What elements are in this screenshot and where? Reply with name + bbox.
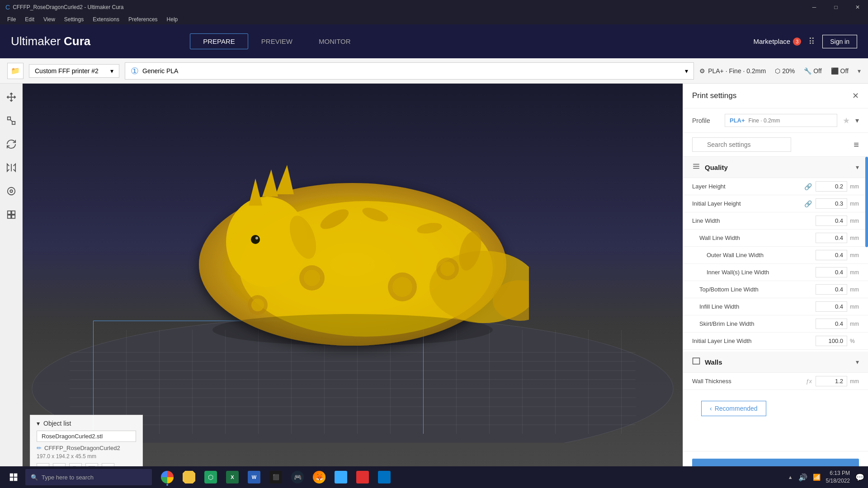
taskbar-app-chrome[interactable] bbox=[157, 467, 177, 487]
tray-arrow[interactable]: ▲ bbox=[788, 474, 793, 480]
initial-layer-link-icon[interactable]: 🔗 bbox=[804, 200, 812, 207]
tool-support[interactable] bbox=[3, 183, 19, 199]
infill-line-width-label: Infill Line Width bbox=[692, 303, 816, 310]
taskbar-app-app9[interactable] bbox=[331, 467, 351, 487]
infill-line-width-value[interactable]: 0.4 bbox=[816, 301, 847, 312]
inner-wall-line-width-value[interactable]: 0.4 bbox=[816, 267, 847, 277]
profile-info: ⚙ PLA+ · Fine · 0.2mm ⬡ 20% 🔧 Off ⬛ Off … bbox=[699, 67, 861, 75]
walls-section-header[interactable]: Walls ▾ bbox=[683, 352, 868, 373]
object-dimensions: 197.0 x 194.2 x 45.5 mm bbox=[37, 453, 136, 460]
header-right: Marketplace 3 ⠿ Sign in bbox=[753, 35, 857, 48]
support-badge[interactable]: 🔧 Off bbox=[804, 67, 821, 75]
close-print-settings-button[interactable]: ✕ bbox=[852, 91, 859, 101]
outer-wall-line-width-unit: mm bbox=[850, 252, 859, 258]
profile-pla: PLA+ bbox=[730, 117, 745, 124]
wall-line-width-row: Wall Line Width 0.4 mm bbox=[683, 230, 868, 247]
system-clock[interactable]: 6:13 PM 5/18/2022 bbox=[826, 469, 850, 485]
svg-line-2 bbox=[10, 120, 12, 122]
taskbar-app-3d[interactable]: ⬡ bbox=[201, 467, 221, 487]
taskbar-app-word[interactable]: W bbox=[244, 467, 264, 487]
initial-layer-line-width-unit: % bbox=[850, 338, 859, 344]
expand-arrow[interactable]: ▾ bbox=[858, 67, 861, 75]
menu-settings[interactable]: Settings bbox=[61, 15, 87, 23]
minimize-button[interactable]: ─ bbox=[804, 0, 825, 14]
quality-section-header[interactable]: Quality ▾ bbox=[683, 157, 868, 178]
infill-line-width-unit: mm bbox=[850, 304, 859, 310]
layer-height-link-icon[interactable]: 🔗 bbox=[804, 183, 812, 190]
tool-rotate[interactable] bbox=[3, 136, 19, 152]
tray-network[interactable]: 📶 bbox=[813, 474, 821, 481]
tab-prepare[interactable]: PREPARE bbox=[190, 33, 248, 49]
svg-rect-0 bbox=[7, 117, 10, 120]
grid-icon[interactable]: ⠿ bbox=[808, 36, 815, 47]
line-width-value[interactable]: 0.4 bbox=[816, 216, 847, 226]
menu-edit[interactable]: Edit bbox=[21, 15, 38, 23]
taskbar-app-firefox[interactable]: 🦊 bbox=[309, 467, 329, 487]
topbottom-line-width-row: Top/Bottom Line Width 0.4 mm bbox=[683, 281, 868, 298]
wall-thickness-unit: mm bbox=[850, 378, 859, 385]
outer-wall-line-width-value[interactable]: 0.4 bbox=[816, 250, 847, 260]
recommended-button[interactable]: ‹ Recommended bbox=[701, 401, 766, 416]
tab-monitor[interactable]: MONITOR bbox=[306, 33, 364, 49]
adhesion-badge[interactable]: ⬛ Off bbox=[831, 67, 849, 75]
folder-button[interactable]: 📁 bbox=[7, 63, 24, 79]
topbottom-line-width-value[interactable]: 0.4 bbox=[816, 284, 847, 295]
notification-icon[interactable]: 💬 bbox=[855, 473, 864, 482]
svg-marker-44 bbox=[276, 165, 294, 194]
profile-dropdown-button[interactable]: ▾ bbox=[855, 116, 859, 125]
tool-permodel[interactable] bbox=[3, 206, 19, 223]
search-wrapper: 🔍 bbox=[692, 137, 850, 152]
viewport[interactable]: ▾ Object list RoseDragonCurled2.stl ✏ CF… bbox=[23, 84, 683, 488]
taskbar-app-excel[interactable]: X bbox=[222, 467, 242, 487]
profile-badge[interactable]: ⚙ PLA+ · Fine · 0.2mm bbox=[699, 67, 766, 75]
recommended-label: Recommended bbox=[715, 405, 758, 412]
skirt-line-width-value[interactable]: 0.4 bbox=[816, 319, 847, 329]
taskbar-app-explorer[interactable] bbox=[179, 467, 199, 487]
tool-scale[interactable] bbox=[3, 113, 19, 129]
maximize-button[interactable]: □ bbox=[826, 0, 846, 14]
object-filename[interactable]: RoseDragonCurled2.stl bbox=[37, 431, 136, 442]
printer-select[interactable]: Custom FFF printer #2 ▾ bbox=[29, 64, 119, 78]
taskbar-app-app11[interactable] bbox=[374, 467, 394, 487]
tool-mirror[interactable] bbox=[3, 160, 19, 176]
start-button[interactable] bbox=[4, 467, 24, 487]
profile-star-button[interactable]: ★ bbox=[843, 116, 850, 126]
outer-wall-line-width-label: Outer Wall Line Width bbox=[692, 252, 816, 258]
infill-badge[interactable]: ⬡ 20% bbox=[775, 67, 795, 75]
close-button[interactable]: ✕ bbox=[847, 0, 868, 14]
wall-thickness-value[interactable]: 1.2 bbox=[816, 376, 847, 386]
tray-volume[interactable]: 🔊 bbox=[798, 473, 807, 482]
settings-menu-icon[interactable]: ≡ bbox=[854, 140, 859, 150]
initial-layer-line-width-value[interactable]: 100.0 bbox=[816, 336, 847, 346]
material-select[interactable]: ① Generic PLA ▾ bbox=[125, 62, 694, 80]
taskbar-search[interactable]: 🔍 Type here to search bbox=[25, 469, 152, 485]
wall-thickness-label: Wall Thickness bbox=[692, 378, 806, 385]
menu-view[interactable]: View bbox=[40, 15, 59, 23]
initial-layer-height-value[interactable]: 0.3 bbox=[816, 198, 847, 209]
menu-extensions[interactable]: Extensions bbox=[89, 15, 123, 23]
wall-line-width-value[interactable]: 0.4 bbox=[816, 233, 847, 243]
skirt-line-width-unit: mm bbox=[850, 321, 859, 327]
svg-point-51 bbox=[392, 277, 412, 297]
titlebar: C CFFFP_RoseDragonCurled2 - Ultimaker Cu… bbox=[0, 0, 868, 14]
line-width-label: Line Width bbox=[692, 217, 816, 224]
menu-file[interactable]: File bbox=[4, 15, 19, 23]
tool-move[interactable] bbox=[3, 89, 19, 105]
menu-preferences[interactable]: Preferences bbox=[125, 15, 161, 23]
svg-point-5 bbox=[10, 190, 13, 192]
taskbar-app-steam[interactable]: 🎮 bbox=[288, 467, 307, 487]
wall-line-width-unit: mm bbox=[850, 235, 859, 241]
signin-button[interactable]: Sign in bbox=[822, 35, 857, 48]
search-row: 🔍 ≡ bbox=[683, 133, 868, 157]
search-settings-input[interactable] bbox=[692, 137, 791, 152]
scrollbar-accent[interactable] bbox=[865, 157, 868, 247]
profile-selector[interactable]: PLA+ Fine · 0.2mm bbox=[725, 114, 837, 127]
taskbar-app-app10[interactable] bbox=[353, 467, 373, 487]
menu-help[interactable]: Help bbox=[163, 15, 182, 23]
marketplace-button[interactable]: Marketplace 3 bbox=[753, 38, 801, 46]
taskbar-app-terminal[interactable]: ⬛ bbox=[266, 467, 286, 487]
tab-preview[interactable]: PREVIEW bbox=[248, 33, 306, 49]
profile-label: Profile bbox=[692, 117, 719, 124]
object-list-header[interactable]: ▾ Object list bbox=[37, 420, 136, 427]
layer-height-value[interactable]: 0.2 bbox=[816, 181, 847, 192]
